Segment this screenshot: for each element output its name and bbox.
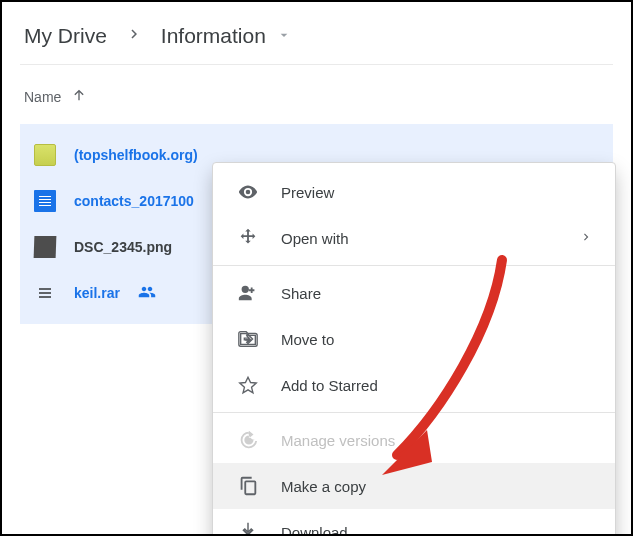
image-icon: [34, 236, 57, 258]
menu-add-starred[interactable]: Add to Starred: [213, 362, 615, 408]
folder-move-icon: [237, 328, 259, 350]
menu-make-copy[interactable]: Make a copy: [213, 463, 615, 509]
menu-item-label: Download: [281, 524, 593, 537]
archive-icon: [34, 282, 56, 304]
menu-item-label: Share: [281, 285, 593, 302]
breadcrumb-folder[interactable]: Information: [161, 24, 292, 48]
chevron-right-icon: [579, 230, 593, 247]
menu-item-label: Open with: [281, 230, 557, 247]
context-menu: Preview Open with Share Move to Add to S…: [212, 162, 616, 536]
arrow-up-icon: [71, 87, 87, 106]
eye-icon: [237, 181, 259, 203]
column-header-name[interactable]: Name: [20, 65, 613, 120]
menu-share[interactable]: Share: [213, 270, 615, 316]
file-label: keil.rar: [74, 285, 120, 301]
caret-down-icon: [276, 24, 292, 48]
menu-open-with[interactable]: Open with: [213, 215, 615, 261]
menu-manage-versions: Manage versions: [213, 417, 615, 463]
file-label: DSC_2345.png: [74, 239, 172, 255]
menu-preview[interactable]: Preview: [213, 163, 615, 215]
copy-icon: [237, 475, 259, 497]
menu-item-label: Manage versions: [281, 432, 593, 449]
menu-item-label: Move to: [281, 331, 593, 348]
separator: [213, 265, 615, 266]
file-label: (topshelfbook.org): [74, 147, 198, 163]
column-header-label: Name: [24, 89, 61, 105]
menu-item-label: Make a copy: [281, 478, 593, 495]
menu-item-label: Preview: [281, 184, 593, 201]
separator: [213, 412, 615, 413]
history-icon: [237, 429, 259, 451]
chevron-right-icon: [125, 24, 143, 48]
download-icon: [237, 521, 259, 536]
menu-move-to[interactable]: Move to: [213, 316, 615, 362]
file-label: contacts_2017100: [74, 193, 194, 209]
breadcrumb-folder-label: Information: [161, 24, 266, 48]
star-icon: [237, 374, 259, 396]
shared-icon: [138, 283, 156, 304]
archive-icon: [34, 144, 56, 166]
document-icon: [34, 190, 56, 212]
person-add-icon: [237, 282, 259, 304]
breadcrumb: My Drive Information: [20, 10, 613, 65]
move-icon: [237, 227, 259, 249]
menu-download[interactable]: Download: [213, 509, 615, 536]
menu-item-label: Add to Starred: [281, 377, 593, 394]
breadcrumb-root-label: My Drive: [24, 24, 107, 48]
breadcrumb-root[interactable]: My Drive: [24, 24, 107, 48]
